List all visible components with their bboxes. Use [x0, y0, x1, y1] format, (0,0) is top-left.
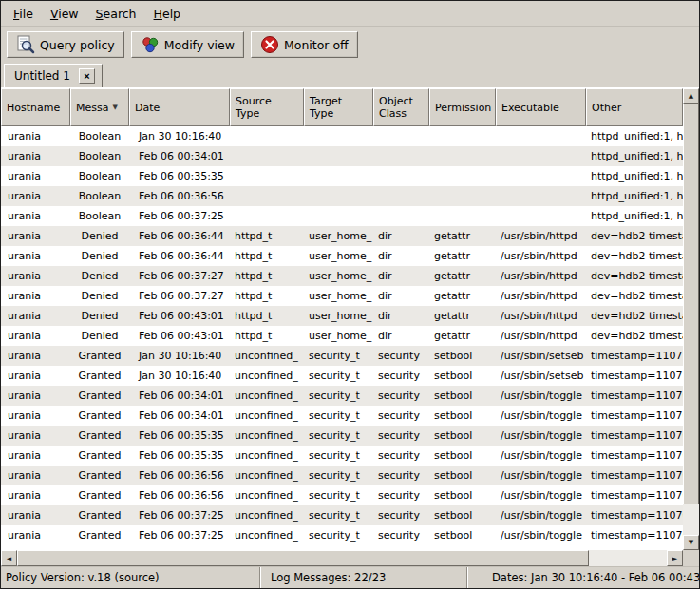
- cell-message: Granted: [70, 505, 129, 525]
- table-row[interactable]: uraniaBooleanFeb 06 00:34:01httpd_unifie…: [1, 146, 683, 166]
- column-header-date[interactable]: Date: [129, 88, 230, 126]
- cell-date: Feb 06 00:36:44: [129, 226, 230, 246]
- cell-date: Feb 06 00:36:56: [129, 186, 230, 206]
- table-row[interactable]: uraniaBooleanJan 30 10:16:40httpd_unifie…: [1, 126, 683, 146]
- cell-other: httpd_unified:1, h: [586, 166, 683, 186]
- column-header-hostname[interactable]: Hostname: [1, 88, 70, 126]
- table-row[interactable]: uraniaGrantedJan 30 10:16:40unconfined_s…: [1, 346, 683, 366]
- cell-other: timestamp=11076: [586, 485, 683, 505]
- tab-close-button[interactable]: ×: [79, 68, 95, 84]
- table-row[interactable]: uraniaGrantedFeb 06 00:34:01unconfined_s…: [1, 406, 683, 426]
- cell-target-type: security_t: [304, 386, 373, 406]
- cell-object-class: security: [373, 426, 429, 446]
- column-header-permission[interactable]: Permission: [429, 88, 496, 126]
- scroll-down-button[interactable]: ▼: [683, 535, 699, 550]
- cell-source-type: [230, 126, 304, 146]
- cell-permission: [429, 146, 496, 166]
- cell-other: timestamp=11076: [586, 386, 683, 406]
- table-row[interactable]: uraniaGrantedFeb 06 00:37:25unconfined_s…: [1, 505, 683, 525]
- toolbar: Query policy Modify view Monitor off: [1, 27, 699, 63]
- table-row[interactable]: uraniaGrantedJan 30 10:16:40unconfined_s…: [1, 366, 683, 386]
- menu-search[interactable]: Search: [87, 3, 145, 25]
- cell-message: Boolean: [70, 206, 129, 226]
- cell-other: dev=hdb2 timesta: [586, 306, 683, 326]
- tab-label: Untitled 1: [14, 69, 70, 83]
- horizontal-scrollbar-thumb[interactable]: [17, 550, 589, 566]
- scroll-left-button[interactable]: ◄: [1, 550, 17, 566]
- table-row[interactable]: uraniaGrantedFeb 06 00:37:25unconfined_s…: [1, 525, 683, 545]
- cell-source-type: unconfined_: [230, 366, 304, 386]
- table-row[interactable]: uraniaGrantedFeb 06 00:36:56unconfined_s…: [1, 485, 683, 505]
- cell-hostname: urania: [1, 166, 70, 186]
- cell-permission: setbool: [429, 386, 496, 406]
- cell-date: Feb 06 00:34:01: [129, 406, 230, 426]
- tab-untitled-1[interactable]: Untitled 1 ×: [4, 64, 103, 87]
- cell-message: Granted: [70, 525, 129, 545]
- table-row[interactable]: uraniaDeniedFeb 06 00:36:44httpd_tuser_h…: [1, 246, 683, 266]
- table-row[interactable]: uraniaBooleanFeb 06 00:35:35httpd_unifie…: [1, 166, 683, 186]
- column-header-other[interactable]: Other: [586, 88, 683, 126]
- cell-target-type: security_t: [304, 485, 373, 505]
- horizontal-scrollbar[interactable]: ◄ ►: [1, 550, 683, 566]
- cell-message: Granted: [70, 466, 129, 485]
- cell-target-type: [304, 126, 373, 146]
- menu-help[interactable]: Help: [145, 3, 190, 25]
- cell-date: Jan 30 10:16:40: [129, 366, 230, 386]
- column-header-source-type[interactable]: Source Type: [230, 88, 304, 126]
- cell-source-type: httpd_t: [230, 306, 304, 326]
- table-row[interactable]: uraniaDeniedFeb 06 00:37:27httpd_tuser_h…: [1, 286, 683, 306]
- table-row[interactable]: uraniaBooleanFeb 06 00:37:25httpd_unifie…: [1, 206, 683, 226]
- log-view: Hostname Messa▼ Date Source Type Target …: [1, 88, 699, 550]
- cell-date: Feb 06 00:35:35: [129, 426, 230, 446]
- table-row[interactable]: uraniaGrantedFeb 06 00:36:56unconfined_s…: [1, 466, 683, 485]
- cell-hostname: urania: [1, 426, 70, 446]
- vertical-scroll-trough[interactable]: [683, 104, 699, 535]
- vertical-scrollbar[interactable]: ▲ ▼: [683, 88, 699, 550]
- column-header-target-type[interactable]: Target Type: [304, 88, 373, 126]
- cell-target-type: security_t: [304, 525, 373, 545]
- table-row[interactable]: uraniaDeniedFeb 06 00:43:01httpd_tuser_h…: [1, 306, 683, 326]
- scroll-up-button[interactable]: ▲: [683, 88, 699, 104]
- cell-message: Boolean: [70, 166, 129, 186]
- cell-message: Granted: [70, 346, 129, 366]
- cell-message: Granted: [70, 426, 129, 446]
- cell-executable: [496, 186, 586, 206]
- column-header-message[interactable]: Messa▼: [70, 88, 129, 126]
- vertical-scrollbar-thumb[interactable]: [683, 104, 699, 504]
- menu-file[interactable]: File: [5, 3, 42, 25]
- cell-source-type: unconfined_: [230, 485, 304, 505]
- table-row[interactable]: uraniaGrantedFeb 06 00:34:01unconfined_s…: [1, 386, 683, 406]
- arrow-left-icon: ◄: [7, 555, 11, 562]
- cell-hostname: urania: [1, 266, 70, 286]
- cell-object-class: security: [373, 406, 429, 426]
- menu-view[interactable]: View: [42, 3, 87, 25]
- cell-executable: [496, 126, 586, 146]
- table-row[interactable]: uraniaDeniedFeb 06 00:43:01httpd_tuser_h…: [1, 326, 683, 346]
- monitor-off-button[interactable]: Monitor off: [251, 31, 358, 58]
- cell-target-type: [304, 206, 373, 226]
- status-dates: Dates: Jan 30 10:16:40 - Feb 06 00:43:01: [466, 567, 699, 588]
- cell-permission: getattr: [429, 246, 496, 266]
- cell-permission: setbool: [429, 406, 496, 426]
- horizontal-scroll-trough[interactable]: [17, 550, 667, 566]
- scroll-right-button[interactable]: ►: [667, 550, 683, 566]
- query-policy-button[interactable]: Query policy: [7, 31, 124, 58]
- table-row[interactable]: uraniaGrantedFeb 06 00:35:35unconfined_s…: [1, 426, 683, 446]
- cell-other: dev=hdb2 timesta: [586, 226, 683, 246]
- table-row[interactable]: uraniaDeniedFeb 06 00:36:44httpd_tuser_h…: [1, 226, 683, 246]
- cell-source-type: unconfined_: [230, 446, 304, 466]
- cell-permission: setbool: [429, 366, 496, 386]
- table-row[interactable]: uraniaGrantedFeb 06 00:35:35unconfined_s…: [1, 446, 683, 466]
- column-header-executable[interactable]: Executable: [496, 88, 586, 126]
- cell-hostname: urania: [1, 126, 70, 146]
- cell-object-class: dir: [373, 226, 429, 246]
- cell-object-class: dir: [373, 286, 429, 306]
- modify-view-button[interactable]: Modify view: [131, 31, 244, 58]
- column-header-object-class[interactable]: Object Class: [373, 88, 429, 126]
- log-table-body: uraniaBooleanJan 30 10:16:40httpd_unifie…: [1, 126, 683, 550]
- cell-other: httpd_unified:1, h: [586, 146, 683, 166]
- table-row[interactable]: uraniaDeniedFeb 06 00:37:27httpd_tuser_h…: [1, 266, 683, 286]
- cell-source-type: [230, 206, 304, 226]
- table-row[interactable]: uraniaBooleanFeb 06 00:36:56httpd_unifie…: [1, 186, 683, 206]
- cell-source-type: unconfined_: [230, 406, 304, 426]
